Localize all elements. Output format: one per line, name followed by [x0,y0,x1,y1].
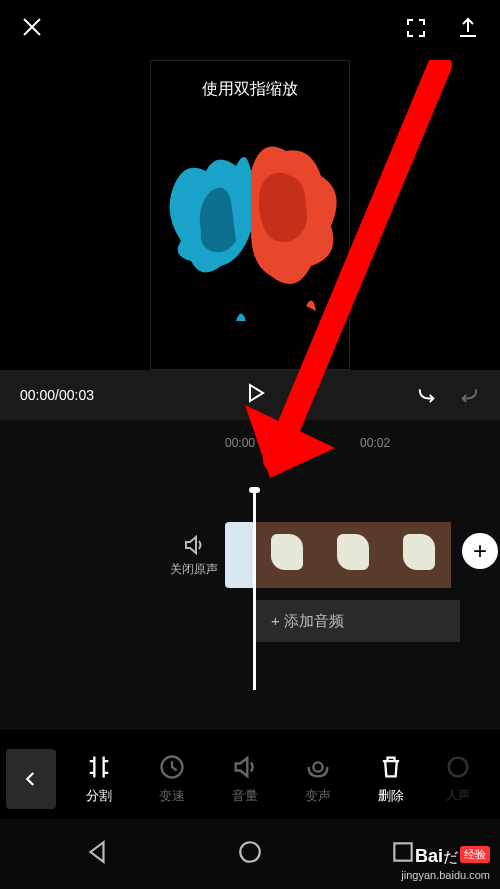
svg-point-1 [313,762,322,771]
preview-area[interactable]: 使用双指缩放 [0,60,500,370]
undo-button[interactable] [416,382,438,408]
zoom-hint: 使用双指缩放 [202,79,298,100]
play-button[interactable] [243,381,267,409]
time-ruler: 00:00 00:02 [0,436,500,450]
mute-original-audio[interactable]: 关闭原声 [170,533,218,578]
timeline[interactable]: 00:00 00:02 关闭原声 + + 添加音频 [0,420,500,730]
expand-icon[interactable] [404,16,428,44]
playhead[interactable] [253,490,256,690]
tool-delete[interactable]: 删除 [363,753,419,805]
add-audio-button[interactable]: + 添加音频 [255,600,460,642]
toolbar-back-button[interactable] [6,749,56,809]
svg-point-2 [448,758,467,777]
clips-row: 关闭原声 [0,520,500,590]
svg-point-3 [240,842,260,862]
video-clip[interactable] [225,522,451,588]
nav-back-icon[interactable] [84,839,110,869]
add-clip-button[interactable]: + [462,533,498,569]
nav-home-icon[interactable] [237,839,263,869]
preview-frame: 使用双指缩放 [150,60,350,370]
tool-voicefx[interactable]: 人声 [430,753,486,805]
export-icon[interactable] [456,16,480,44]
preview-video-frame [151,111,351,331]
clip-thumbnail [253,522,319,588]
clip-thumbnail [319,522,385,588]
top-bar [0,0,500,60]
close-button[interactable] [20,14,44,46]
tool-voice[interactable]: 变声 [290,753,346,805]
tool-split[interactable]: 分割 [71,753,127,805]
clip-thumbnail [385,522,451,588]
tool-volume[interactable]: 音量 [217,753,273,805]
time-mark: 00:00 [225,436,255,450]
player-bar: 00:00/00:03 [0,370,500,420]
redo-button[interactable] [458,382,480,408]
time-mark: 00:02 [360,436,390,450]
bottom-toolbar: 分割 变速 音量 变声 删除 人声 [0,739,500,819]
tool-speed[interactable]: 变速 [144,753,200,805]
time-display: 00:00/00:03 [20,387,94,403]
watermark: Baiだ经验 jingyan.baidu.com [401,846,490,881]
